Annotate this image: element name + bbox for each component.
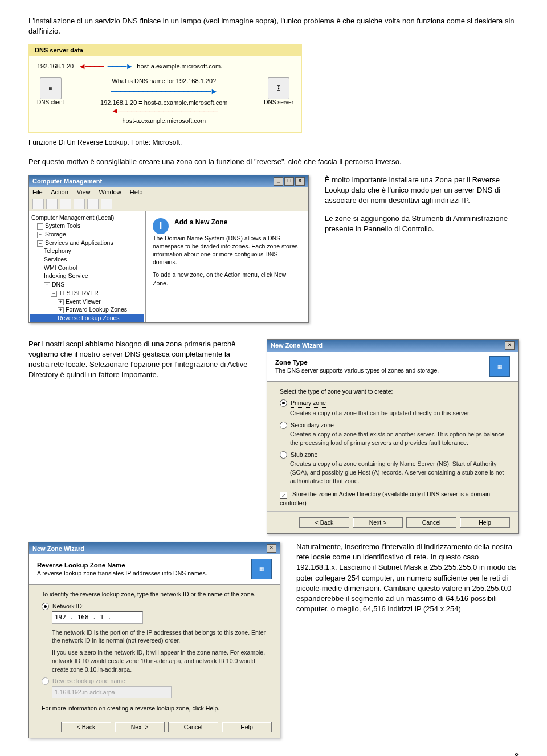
diagram-middle-label: host-a.example.microsoft.com (71, 117, 257, 124)
tree-dns[interactable]: −DNS (30, 280, 144, 289)
toolbar-refresh-button[interactable] (74, 199, 85, 209)
expand-icon[interactable]: + (37, 232, 43, 238)
menu-view[interactable]: View (77, 189, 91, 195)
close-button[interactable]: × (295, 177, 305, 186)
toolbar-prop-button[interactable] (87, 199, 99, 209)
server-label: DNS server (264, 99, 293, 105)
tree-services[interactable]: Services (30, 255, 144, 264)
tree-event-viewer[interactable]: +Event Viewer (30, 297, 144, 306)
net-desc-2: If you use a zero in the network ID, it … (52, 648, 267, 673)
menu-help[interactable]: Help (130, 189, 143, 195)
secondary-zone-label: Secondary zone (291, 421, 334, 430)
computer-management-window: Computer Management _ □ × File Action Vi… (28, 175, 309, 323)
wizard-head-icon: ▦ (489, 356, 510, 377)
wizard-titlebar: New Zone Wizard × (267, 340, 518, 352)
stub-zone-label: Stub zone (291, 451, 317, 459)
info-body-2: To add a new zone, on the Action menu, c… (153, 271, 301, 287)
maximize-button[interactable]: □ (284, 177, 294, 186)
diagram-query: What is DNS name for 192.168.1.20? (71, 77, 257, 84)
info-pane: i Add a New Zone The Domain Name System … (146, 211, 308, 322)
toolbar-help-button[interactable] (101, 199, 112, 209)
wizard-head-sub: The DNS server supports various types of… (275, 367, 439, 374)
side-para-1b: Le zone si aggiungono da Strumenti di Am… (325, 214, 519, 234)
primary-zone-desc: Creates a copy of a zone that can be upd… (290, 409, 505, 418)
menu-file[interactable]: File (32, 189, 43, 195)
tree-services-apps[interactable]: −Services and Applications (30, 239, 144, 247)
tree-telephony[interactable]: Telephony (30, 247, 144, 255)
arrow-right-icon: ────► (108, 62, 133, 71)
tree-wmi[interactable]: WMI Control (30, 264, 144, 272)
info-icon: i (153, 218, 169, 234)
server-icon: 🗄 (268, 77, 289, 99)
menu-action[interactable]: Action (51, 189, 68, 195)
network-id-input[interactable]: 192 . 168 . 1 . (52, 611, 143, 623)
store-ad-checkbox[interactable]: ✓ (280, 492, 287, 499)
expand-icon[interactable]: + (37, 223, 43, 230)
zone-type-prompt: Select the type of zone you want to crea… (280, 387, 505, 396)
paragraph-4: Naturalmente, inseriremo l'intervallo di… (296, 542, 519, 614)
diagram-caption: Funzione Di Un Reverse Lookup. Fonte: Mi… (28, 138, 519, 146)
paragraph-3: Per i nostri scopi abbiamo bisogno di un… (28, 339, 251, 381)
tree-reverse-zones[interactable]: Reverse Lookup Zones (30, 314, 144, 322)
reverse-name-radio[interactable] (42, 677, 49, 685)
wizard-titlebar: New Zone Wizard × (29, 542, 280, 554)
secondary-zone-radio[interactable] (280, 422, 287, 429)
collapse-icon[interactable]: − (51, 291, 57, 297)
client-label: DNS client (37, 99, 64, 105)
diagram-title: DNS server data (29, 44, 301, 56)
collapse-icon[interactable]: − (37, 240, 43, 247)
client-icon: 🖥 (40, 77, 62, 99)
back-button[interactable]: < Back (61, 722, 111, 732)
paragraph-2: Per questo motivo è consigliabile creare… (28, 157, 519, 167)
minimize-button[interactable]: _ (274, 177, 283, 186)
secondary-zone-desc: Creates a copy of a zone that exists on … (290, 430, 505, 447)
wizard-title: New Zone Wizard (32, 545, 84, 552)
primary-zone-radio[interactable] (280, 399, 287, 407)
arrow-left-icon: ◄──── (78, 62, 103, 71)
help-button[interactable]: Help (222, 722, 272, 732)
cancel-button[interactable]: Cancel (406, 517, 456, 528)
diagram-host: host-a.example.microsoft.com. (137, 63, 222, 70)
toolbar-up-button[interactable] (60, 199, 71, 209)
reverse-lookup-wizard: New Zone Wizard × Reverse Lookup Zone Na… (28, 542, 280, 738)
cancel-button[interactable]: Cancel (168, 722, 218, 732)
menu-window[interactable]: Window (99, 189, 121, 195)
wizard-head-sub: A reverse lookup zone translates IP addr… (37, 570, 207, 577)
collapse-icon[interactable]: − (44, 282, 50, 288)
wizard-head-bold: Reverse Lookup Zone Name (37, 562, 207, 569)
network-id-label: Network ID: (52, 602, 84, 611)
menubar: File Action View Window Help (29, 187, 308, 197)
zone-type-wizard: New Zone Wizard × Zone Type The DNS serv… (267, 339, 519, 534)
page-number: 8 (28, 752, 519, 756)
diagram-answer: 192.168.1.20 = host-a.example.microsoft.… (71, 99, 257, 106)
network-id-radio[interactable] (42, 603, 49, 610)
tree-pane: Computer Management (Local) +System Tool… (29, 211, 146, 322)
arrow-right-long-icon: ──────────────────────► (111, 87, 217, 96)
back-button[interactable]: < Back (299, 517, 349, 528)
next-button[interactable]: Next > (353, 517, 403, 528)
expand-icon[interactable]: + (58, 307, 64, 313)
close-button[interactable]: × (267, 544, 276, 553)
close-button[interactable]: × (505, 341, 515, 350)
tree-systools[interactable]: +System Tools (30, 222, 144, 230)
tree-indexing[interactable]: Indexing Service (30, 272, 144, 280)
tree-forward-zones[interactable]: +Forward Lookup Zones (30, 305, 144, 314)
wizard-head-icon: ▦ (251, 559, 272, 579)
tree-root[interactable]: Computer Management (Local) (30, 214, 144, 222)
reverse-name-input: 1.168.192.in-addr.arpa (52, 686, 172, 698)
window-title: Computer Management (32, 178, 102, 185)
arrow-left-long-icon: ◄────────────────────── (111, 106, 217, 115)
reverse-prompt: To identify the reverse lookup zone, typ… (42, 590, 267, 599)
tree-storage[interactable]: +Storage (30, 230, 144, 239)
expand-icon[interactable]: + (58, 299, 64, 305)
tree-testserver[interactable]: −TESTSERVER (30, 289, 144, 297)
toolbar-fwd-button[interactable] (46, 199, 58, 209)
stub-zone-radio[interactable] (280, 451, 287, 459)
diagram-ip: 192.168.1.20 (37, 63, 74, 70)
toolbar-back-button[interactable] (32, 199, 44, 209)
wizard-title: New Zone Wizard (271, 342, 323, 349)
next-button[interactable]: Next > (115, 722, 165, 732)
help-button[interactable]: Help (460, 517, 510, 528)
info-body-1: The Domain Name System (DNS) allows a DN… (153, 234, 301, 267)
toolbar (29, 197, 308, 211)
